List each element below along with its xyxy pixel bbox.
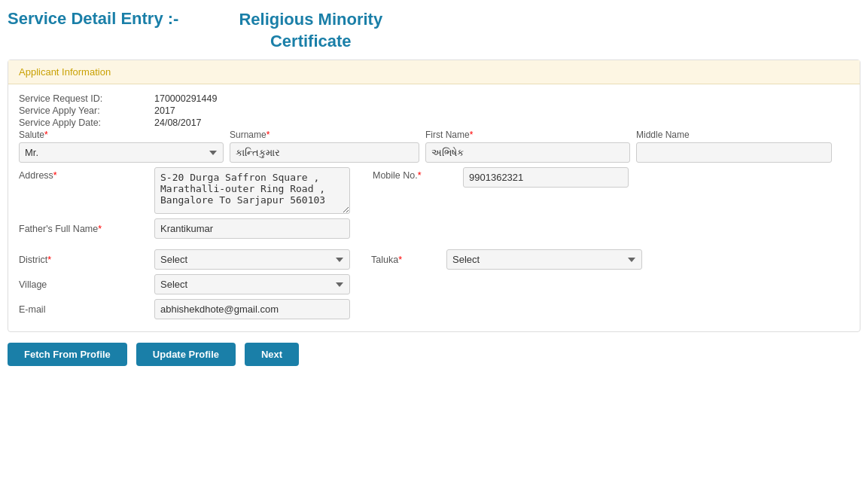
middlename-group: Middle Name	[636, 130, 832, 163]
address-label: Address*	[19, 167, 154, 181]
middlename-input[interactable]	[636, 142, 832, 163]
father-label: Father's Full Name*	[19, 224, 154, 234]
mobile-label: Mobile No.*	[373, 167, 463, 181]
address-input[interactable]: S-20 Durga Saffron Square , Marathalli-o…	[154, 167, 350, 214]
service-apply-year-label: Service Apply Year:	[19, 105, 154, 116]
father-input[interactable]	[154, 218, 350, 239]
district-taluka-row: District* Select Taluka* Select	[19, 249, 849, 270]
email-input[interactable]	[154, 299, 350, 319]
address-row: Address* S-20 Durga Saffron Square , Mar…	[19, 167, 849, 214]
surname-input[interactable]	[230, 142, 419, 163]
page-wrapper: Service Detail Entry :- Religious Minori…	[0, 0, 868, 377]
firstname-group: First Name*	[425, 130, 636, 163]
footer-buttons: Fetch From Profile Update Profile Next	[0, 332, 868, 377]
district-label: District*	[19, 255, 154, 265]
page-header: Service Detail Entry :- Religious Minori…	[0, 0, 868, 59]
service-apply-date-label: Service Apply Date:	[19, 117, 154, 128]
taluka-label: Taluka*	[356, 255, 446, 265]
next-button[interactable]: Next	[245, 343, 299, 366]
firstname-label: First Name*	[425, 130, 630, 140]
village-select[interactable]: Select	[154, 274, 350, 294]
father-row: Father's Full Name*	[19, 218, 849, 239]
surname-group: Surname*	[230, 130, 425, 163]
applicant-card: Applicant Information Service Request ID…	[8, 59, 860, 332]
email-row: E-mail	[19, 299, 849, 319]
salute-label: Salute*	[19, 130, 224, 140]
section-heading: Applicant Information	[8, 60, 860, 84]
firstname-input[interactable]	[425, 142, 630, 163]
service-request-id-row: Service Request ID: 170000291449	[19, 93, 849, 104]
service-request-id-label: Service Request ID:	[19, 93, 154, 104]
mobile-group: Mobile No.*	[350, 167, 629, 188]
village-label: Village	[19, 279, 154, 290]
update-profile-button[interactable]: Update Profile	[136, 343, 236, 366]
middlename-label: Middle Name	[636, 130, 832, 140]
district-select[interactable]: Select	[154, 249, 350, 270]
page-subtitle: Religious Minority Certificate	[239, 9, 382, 52]
taluka-select[interactable]: Select	[446, 249, 642, 270]
fetch-from-profile-button[interactable]: Fetch From Profile	[8, 343, 127, 366]
service-apply-year-row: Service Apply Year: 2017	[19, 105, 849, 116]
salute-select[interactable]: Mr. Mrs. Ms. Dr.	[19, 142, 224, 163]
surname-label: Surname*	[230, 130, 419, 140]
service-apply-year-value: 2017	[154, 105, 175, 116]
salute-group: Salute* Mr. Mrs. Ms. Dr.	[19, 130, 230, 163]
village-row: Village Select	[19, 274, 849, 294]
mobile-input[interactable]	[463, 167, 629, 188]
service-apply-date-value: 24/08/2017	[154, 117, 202, 128]
section-body: Service Request ID: 170000291449 Service…	[8, 84, 860, 331]
service-apply-date-row: Service Apply Date: 24/08/2017	[19, 117, 849, 128]
service-request-id-value: 170000291449	[154, 93, 217, 104]
page-title: Service Detail Entry :-	[8, 9, 178, 29]
email-label: E-mail	[19, 304, 154, 315]
name-row: Salute* Mr. Mrs. Ms. Dr. Surname*	[19, 130, 849, 163]
